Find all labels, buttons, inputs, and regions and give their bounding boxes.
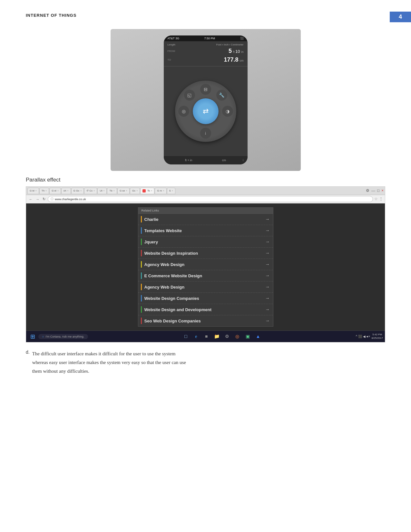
- dial-center-button[interactable]: ⇄: [193, 98, 219, 124]
- browser-back-button[interactable]: ←: [28, 197, 34, 202]
- tab-close-2[interactable]: ×: [57, 190, 59, 192]
- list-item[interactable]: Charlie →: [138, 214, 273, 225]
- cortana-text: I'm Cortana. Ask me anything.: [45, 335, 84, 338]
- tab-close-12[interactable]: ×: [172, 190, 173, 192]
- from-unit2: 10: [235, 49, 240, 54]
- list-item[interactable]: Templates Website →: [138, 225, 273, 236]
- browser-tab-12[interactable]: S ×: [167, 188, 175, 194]
- list-item[interactable]: Website Design Inspiration →: [138, 248, 273, 259]
- tab-close-9[interactable]: ×: [136, 190, 138, 192]
- start-button[interactable]: ⊞: [28, 332, 37, 341]
- taskbar-clock: 5:42 PM 8/25/2017: [371, 333, 383, 340]
- browser-tab-3[interactable]: ch ×: [61, 188, 71, 194]
- link-arrow-templates: →: [265, 228, 270, 233]
- link-arrow-companies: →: [265, 296, 270, 301]
- browser-minimize-icon[interactable]: —: [371, 188, 375, 193]
- dial-icon-top[interactable]: ⊟: [200, 84, 211, 95]
- dial-ring[interactable]: ⊟ ◱ 🔧 ◎ ◑ ↓: [175, 81, 236, 142]
- tab-close-11[interactable]: ×: [163, 190, 164, 192]
- browser-star-icon[interactable]: ☆: [374, 197, 378, 202]
- converter-controls: ⊟ ◱ 🔧 ◎ ◑ ↓: [164, 66, 248, 156]
- browser-tab-8[interactable]: G se ×: [117, 188, 130, 194]
- browser-tab-4[interactable]: G Gc ×: [71, 188, 84, 194]
- browser-sidebar-right: [320, 203, 385, 330]
- taskbar-icon-store[interactable]: ■: [202, 332, 210, 341]
- link-text-seo: Seo Web Design Companies: [144, 319, 263, 323]
- browser-tab-2[interactable]: G el ×: [49, 188, 61, 194]
- taskbar-icon-edge[interactable]: e: [192, 332, 200, 341]
- browser-tab-1[interactable]: Th ×: [39, 188, 49, 194]
- browser-tab-7[interactable]: Tb ×: [107, 188, 117, 194]
- tab-close-5[interactable]: ×: [93, 190, 95, 192]
- browser-menu-icon[interactable]: ⋮: [379, 197, 383, 202]
- list-item[interactable]: Agency Web Design →: [138, 281, 273, 293]
- tab-close-8[interactable]: ×: [126, 190, 127, 192]
- bottom-btn-ft[interactable]: ft + in: [185, 159, 192, 162]
- tab-label-8: G se: [120, 189, 125, 192]
- app-image-container: AT&T 3G 7:50 PM ⬛ Length Foot • Inch • C…: [26, 29, 385, 171]
- link-text-agency1: Agency Web Design: [144, 262, 263, 267]
- browser-tab-5[interactable]: ↺ Cc ×: [84, 188, 97, 194]
- tab-close-10[interactable]: ×: [151, 190, 152, 192]
- browser-address-bar[interactable]: ⓘ www.charliegentle.co.uk: [48, 196, 373, 202]
- link-text-companies: Website Design Companies: [144, 296, 263, 301]
- tab-close-4[interactable]: ×: [80, 190, 82, 192]
- list-item[interactable]: Jquery →: [138, 236, 273, 248]
- list-item[interactable]: Seo Web Design Companies →: [138, 315, 273, 326]
- browser-tab-11[interactable]: G m ×: [155, 188, 166, 194]
- taskbar-icon-photos[interactable]: ◎: [233, 332, 241, 341]
- tab-close-7[interactable]: ×: [113, 190, 115, 192]
- body-paragraph-1: The difficult user interface makes it di…: [32, 351, 176, 356]
- app-screenshot: AT&T 3G 7:50 PM ⬛ Length Foot • Inch • C…: [111, 29, 301, 171]
- taskbar-icon-app8[interactable]: ▲: [254, 332, 262, 341]
- browser-refresh-button[interactable]: ↻: [42, 197, 46, 202]
- link-accent-agency2: [141, 284, 142, 290]
- tab-close-1[interactable]: ×: [45, 190, 47, 192]
- list-item[interactable]: Website Design Companies →: [138, 293, 273, 304]
- bottom-btn-cm[interactable]: cm: [222, 159, 226, 162]
- dial-icon-top-right[interactable]: 🔧: [216, 90, 227, 101]
- taskbar-system-tray: ^ ⬛ ◀ ●× 5:42 PM 8/25/2017: [356, 333, 383, 340]
- dial-icon-right[interactable]: ◑: [222, 106, 233, 117]
- link-arrow-agency2: →: [265, 284, 270, 290]
- tab-close-6[interactable]: ×: [103, 190, 104, 192]
- body-paragraph-2: whereas easy user interface makes the sy…: [32, 360, 186, 365]
- cortana-icon: ○: [42, 335, 44, 338]
- link-arrow-inspiration: →: [265, 251, 270, 256]
- dial-icon-bottom[interactable]: ↓: [200, 128, 211, 139]
- taskbar-icon-folder[interactable]: 📁: [212, 332, 221, 341]
- browser-close-icon[interactable]: ×: [381, 188, 384, 193]
- taskbar-icon-media[interactable]: ▣: [243, 332, 252, 341]
- browser-forward-button[interactable]: →: [35, 197, 40, 202]
- browser-tab-10[interactable]: Tc ×: [140, 188, 154, 194]
- browser-sidebar-left: [26, 203, 91, 330]
- cortana-search[interactable]: ○ I'm Cortana. Ask me anything.: [38, 334, 88, 339]
- dial-swap-icon: ⇄: [203, 107, 209, 115]
- dial-container: ⊟ ◱ 🔧 ◎ ◑ ↓: [173, 79, 238, 143]
- dial-icon-top-left[interactable]: ◱: [184, 90, 195, 101]
- link-text-development: Website Design and Development: [144, 307, 263, 312]
- tab-label-11: G m: [157, 189, 162, 192]
- browser-tab-0[interactable]: G bl ×: [27, 188, 39, 194]
- list-item[interactable]: E Commerce Website Design →: [138, 270, 273, 281]
- browser-tab-6[interactable]: Ut ×: [97, 188, 107, 194]
- link-text-charlie: Charlie: [144, 217, 263, 222]
- tab-label-7: Tb: [109, 189, 112, 192]
- tab-close-0[interactable]: ×: [35, 190, 37, 192]
- dial-icon-left[interactable]: ◎: [178, 106, 189, 117]
- tab-close-3[interactable]: ×: [67, 190, 68, 192]
- link-text-templates: Templates Website: [144, 228, 263, 233]
- link-accent-development: [141, 306, 142, 313]
- list-item[interactable]: Website Design and Development →: [138, 304, 273, 315]
- taskbar-icon-settings[interactable]: ⚙: [223, 332, 231, 341]
- browser-tab-9[interactable]: Gc ×: [130, 188, 140, 194]
- tab-label-9: Gc: [132, 189, 135, 192]
- link-text-ecommerce: E Commerce Website Design: [144, 273, 263, 278]
- list-item[interactable]: Agency Web Design →: [138, 259, 273, 270]
- info-button[interactable]: i: [243, 158, 244, 162]
- page-number: 4: [390, 12, 411, 22]
- link-arrow-agency1: →: [265, 262, 270, 267]
- browser-restore-icon[interactable]: □: [377, 188, 379, 193]
- taskbar-icon-explorer[interactable]: □: [181, 332, 190, 341]
- browser-settings-icon[interactable]: ⚙: [366, 188, 369, 193]
